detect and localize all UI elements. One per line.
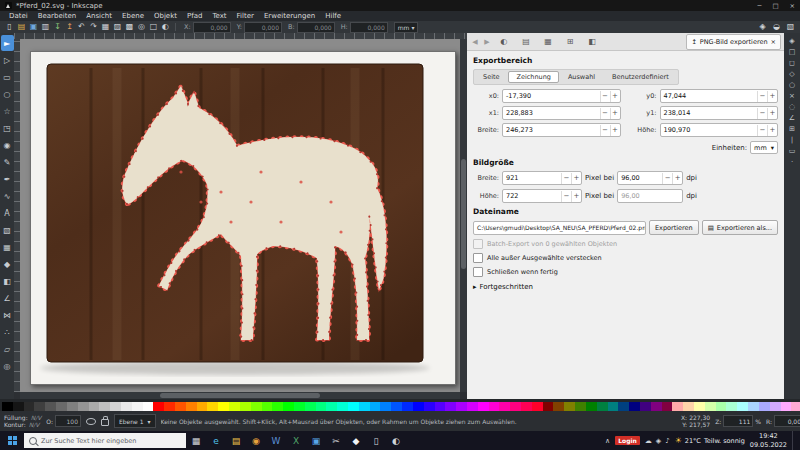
weather-widget[interactable]: ☀ 21°C Teilw. sonnig — [675, 436, 745, 445]
zoom-page-icon[interactable]: □ — [148, 21, 159, 33]
zoom-tool[interactable]: ◎ — [1, 358, 14, 374]
color-swatch[interactable] — [143, 402, 154, 411]
color-swatch[interactable] — [759, 402, 770, 411]
hide-others-checkbox-row[interactable]: Alle außer Ausgewählte verstecken — [473, 253, 778, 263]
image-height-input[interactable]: 722 − + — [502, 189, 582, 203]
color-swatch[interactable] — [651, 402, 662, 411]
menu-pfad[interactable]: Pfad — [182, 11, 207, 21]
volume-icon[interactable]: ♪ — [665, 437, 669, 445]
print-icon[interactable]: ▥ — [40, 21, 51, 33]
image-width-input[interactable]: 921 − + — [502, 171, 582, 185]
color-swatch[interactable] — [597, 402, 608, 411]
save-icon[interactable]: ▣ — [28, 21, 39, 33]
menu-datei[interactable]: Datei — [4, 11, 33, 21]
color-swatch[interactable] — [67, 402, 78, 411]
inkscape-taskbar-icon[interactable]: ◆ — [346, 431, 366, 450]
color-swatch[interactable] — [13, 402, 24, 411]
text-tool[interactable]: A — [1, 205, 14, 221]
pencil-tool[interactable]: ✎ — [1, 154, 14, 170]
color-swatch[interactable] — [791, 402, 800, 411]
layer-lock-icon[interactable] — [101, 419, 109, 426]
color-swatch[interactable] — [110, 402, 121, 411]
tray-chevron-icon[interactable]: ∧ — [605, 437, 610, 445]
color-swatch[interactable] — [45, 402, 56, 411]
color-swatch[interactable] — [445, 402, 456, 411]
snap-master-icon[interactable]: ◈ — [789, 37, 794, 45]
color-swatch[interactable] — [564, 402, 575, 411]
color-swatch[interactable] — [2, 402, 13, 411]
color-swatch[interactable] — [629, 402, 640, 411]
increment-button[interactable]: + — [610, 125, 620, 136]
canvas[interactable] — [20, 39, 460, 392]
increment-button[interactable]: + — [571, 191, 581, 202]
display-mode-icon[interactable]: ◒ — [771, 21, 782, 33]
measure-tool[interactable]: ∠ — [1, 290, 14, 306]
color-swatch[interactable] — [186, 402, 197, 411]
ellipse-tool[interactable]: ○ — [1, 86, 14, 102]
snap-bbox-edge-icon[interactable]: ◻ — [789, 59, 795, 67]
new-document-icon[interactable]: ▯ — [4, 21, 15, 33]
color-swatch[interactable] — [532, 402, 543, 411]
fill-stroke-indicator[interactable]: Füllung:N/V Kontur:N/V — [4, 414, 41, 429]
fill-stroke-icon[interactable]: ◐ — [160, 21, 171, 33]
tab-export-png[interactable]: ↥ PNG-Bild exportieren × — [686, 34, 781, 50]
paste-icon[interactable]: ▨ — [112, 21, 123, 33]
tab-zeichnung[interactable]: Zeichnung — [508, 71, 558, 83]
decrement-button[interactable]: − — [600, 125, 610, 136]
dock-forward-icon[interactable]: ▶ — [482, 38, 492, 46]
color-swatch[interactable] — [705, 402, 716, 411]
color-swatch[interactable] — [316, 402, 327, 411]
color-swatch[interactable] — [672, 402, 683, 411]
pen-tool[interactable]: ✒ — [1, 171, 14, 187]
copy-icon[interactable]: ▦ — [100, 21, 111, 33]
height-field[interactable]: H: 0,000 — [341, 22, 388, 33]
menu-text[interactable]: Text — [207, 11, 231, 21]
hide-others-checkbox[interactable] — [473, 253, 483, 263]
horizontal-scrollbar[interactable] — [20, 392, 460, 399]
color-swatch[interactable] — [251, 402, 262, 411]
close-when-done-checkbox-row[interactable]: Schließen wenn fertig — [473, 267, 778, 277]
y-coordinate-field[interactable]: Y: 0,000 — [237, 22, 282, 33]
menu-erweiterungen[interactable]: Erweiterungen — [259, 11, 320, 21]
task-view-icon[interactable]: ▦ — [186, 431, 206, 450]
color-swatch[interactable] — [272, 402, 283, 411]
color-swatch[interactable] — [89, 402, 100, 411]
color-swatch[interactable] — [770, 402, 781, 411]
color-swatch[interactable] — [283, 402, 294, 411]
open-document-icon[interactable]: ▤ — [16, 21, 27, 33]
close-button[interactable]: × — [790, 2, 795, 10]
color-swatch[interactable] — [467, 402, 478, 411]
snap-bbox-icon[interactable]: □ — [789, 48, 796, 56]
dialog-tab-layers[interactable]: ▤ — [516, 35, 536, 49]
color-swatch[interactable] — [510, 402, 521, 411]
close-when-done-checkbox[interactable] — [473, 267, 483, 277]
menu-objekt[interactable]: Objekt — [149, 11, 182, 21]
vertical-scrollbar[interactable] — [460, 39, 467, 392]
export-button[interactable]: Exportieren — [649, 220, 699, 235]
file-explorer-icon[interactable]: ▤ — [226, 431, 246, 450]
node-tool[interactable]: ▷ — [1, 52, 14, 68]
decrement-button[interactable]: − — [561, 173, 571, 184]
snipping-tool-icon[interactable]: ✂ — [326, 431, 346, 450]
spray-tool[interactable]: ∴ — [1, 324, 14, 340]
color-swatch[interactable] — [424, 402, 435, 411]
zoom-drawing-icon[interactable]: ◎ — [136, 21, 147, 33]
color-swatch[interactable] — [640, 402, 651, 411]
dialog-toggle-icon[interactable]: ▧ — [785, 21, 796, 33]
color-swatch[interactable] — [326, 402, 337, 411]
color-swatch[interactable] — [207, 402, 218, 411]
color-swatch[interactable] — [229, 402, 240, 411]
color-swatch[interactable] — [56, 402, 67, 411]
decrement-button[interactable]: − — [757, 91, 767, 102]
color-swatch[interactable] — [435, 402, 446, 411]
dialog-tab-xml[interactable]: ◧ — [582, 35, 602, 49]
menu-filter[interactable]: Filter — [232, 11, 259, 21]
color-swatch[interactable] — [737, 402, 748, 411]
selector-tool[interactable]: ► — [1, 35, 14, 51]
width-field[interactable]: B: 0,000 — [288, 22, 335, 33]
import-icon[interactable]: ↧ — [52, 21, 63, 33]
opacity-field[interactable]: O: 100 — [46, 415, 81, 427]
color-swatch[interactable] — [121, 402, 132, 411]
zoom-field[interactable]: Z: 111 % — [715, 415, 761, 427]
increment-button[interactable]: + — [672, 173, 682, 184]
